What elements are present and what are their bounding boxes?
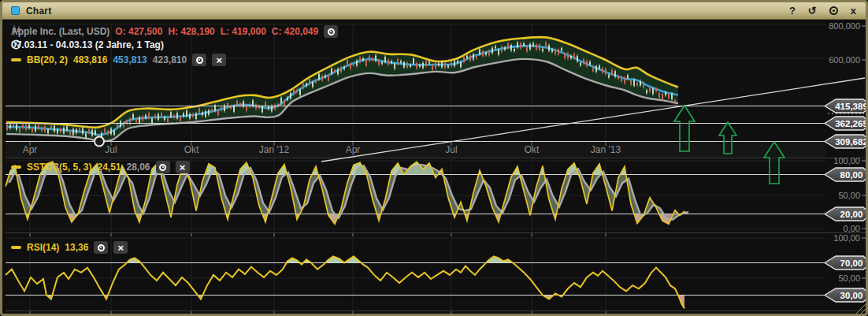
price-tag-text: 30,00 (840, 291, 863, 300)
scale-label: 0,00 (844, 224, 860, 233)
app-icon (11, 6, 20, 15)
legend-range: 07.03.11 - 04.03.13 (2 Jahre, 1 Tag) (11, 39, 164, 50)
sstoc-line-icon (11, 165, 21, 169)
close-icon: × (118, 243, 124, 253)
circle-marker[interactable] (95, 137, 104, 147)
bb-upper-value: 483,816 (73, 54, 107, 65)
close-icon: × (180, 162, 186, 173)
titlebar[interactable]: Chart ? ↺ x (2, 2, 866, 20)
price-tag-text: 70,00 (840, 258, 863, 268)
clock-icon (11, 39, 21, 50)
bb-lower-value: 423,810 (153, 54, 187, 65)
remove-button-sstoc[interactable]: × (176, 161, 190, 173)
scale-label: 50,00 (838, 273, 860, 283)
month-label: Jul (445, 144, 457, 155)
bb-label: BB(20, 2) (27, 54, 68, 65)
month-label: Jan '13 (591, 144, 621, 155)
eye-icon (196, 57, 203, 64)
visibility-button-sstoc[interactable] (156, 161, 170, 173)
month-label: Okt (184, 144, 199, 155)
close-icon[interactable]: x (851, 6, 856, 16)
eye-icon (159, 164, 166, 171)
rsi-line-icon (11, 246, 21, 249)
scale-label: 100,00 (833, 233, 860, 243)
chart-client: AprJulOktJan '12AprJulOktJan '13800,0006… (5, 22, 868, 316)
month-label: Apr (346, 144, 361, 155)
sstoc-d-value: 28,06 (127, 162, 150, 173)
legend-sstoc: SSTOC(5, 5, 3) 24,51 28,06 × (11, 161, 190, 173)
rsi-value: 13,36 (65, 242, 88, 253)
rsi-line (6, 256, 684, 308)
eye-icon (328, 28, 335, 35)
record-icon[interactable] (829, 6, 838, 15)
scale-label: 100,00 (833, 156, 860, 165)
bb-middle-value: 453,813 (113, 54, 147, 65)
legend-bb: BB(20, 2) 483,816 453,813 423,810 × (11, 54, 226, 66)
ohlc-low: L: 419,000 (221, 26, 266, 37)
price-tag-text: 309,682 (835, 137, 868, 147)
chart-window: Chart ? ↺ x AprJulOktJan '12AprJulOktJan… (0, 0, 868, 316)
scale-label: 600,000 (829, 55, 860, 65)
visibility-button-bb[interactable] (192, 54, 206, 66)
month-band (6, 143, 826, 158)
bb-line-icon (11, 58, 21, 61)
price-tag-text: 362,265 (835, 119, 868, 128)
sstoc-label: SSTOC(5, 5, 3) (27, 162, 91, 173)
scale-label: 50,00 (838, 191, 860, 200)
remove-button-bb[interactable]: × (212, 54, 226, 66)
month-label: Jul (105, 144, 117, 155)
date-range: 07.03.11 - 04.03.13 (2 Jahre, 1 Tag) (11, 39, 164, 50)
visibility-button-rsi[interactable] (94, 241, 108, 254)
visibility-button-instrument[interactable] (324, 25, 338, 38)
ohlc-open: O: 427,500 (115, 26, 162, 37)
legend-instrument: Apple Inc. (Last, USD) O: 427,500 H: 428… (11, 25, 338, 38)
candlestick-icon (11, 25, 22, 35)
help-icon[interactable]: ? (789, 6, 796, 16)
month-label: Okt (525, 144, 540, 155)
eye-icon (98, 244, 105, 251)
ohlc-close: C: 420,049 (272, 26, 318, 37)
ohlc-high: H: 428,190 (168, 26, 214, 37)
close-icon: × (216, 55, 222, 65)
rsi-label: RSI(14) (27, 242, 59, 253)
month-label: Jan '12 (259, 144, 290, 155)
history-icon[interactable]: ↺ (808, 6, 817, 16)
legend-rsi: RSI(14) 13,36 × (11, 241, 128, 254)
month-label: Apr (23, 144, 38, 155)
price-tag-text: 20,00 (840, 210, 863, 219)
price-tag-text: 80,00 (840, 170, 863, 180)
instrument-name: Apple Inc. (Last, USD) (11, 26, 109, 37)
scale-label: 800,000 (829, 22, 860, 31)
window-title: Chart (26, 6, 51, 17)
price-tag-text: 415,389 (835, 102, 868, 111)
remove-button-rsi[interactable]: × (113, 241, 128, 254)
sstoc-k-value: 24,51 (97, 162, 121, 173)
